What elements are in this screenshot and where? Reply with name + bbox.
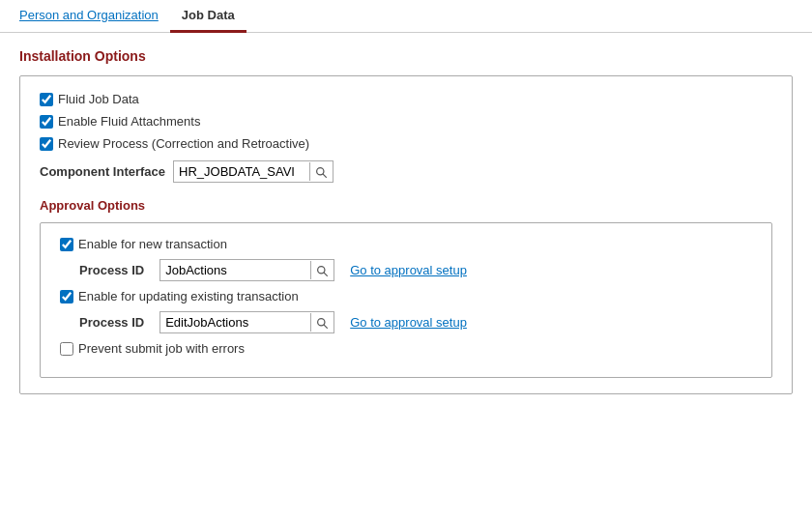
- update-process-id-row: Process ID Go to approval setup: [79, 311, 752, 333]
- installation-options-box: Fluid Job Data Enable Fluid Attachments …: [19, 75, 793, 394]
- svg-line-1: [323, 174, 326, 177]
- fluid-job-data-checkbox[interactable]: [40, 93, 53, 106]
- enable-new-transaction-row: Enable for new transaction: [60, 237, 752, 251]
- go-to-approval-setup-new-link[interactable]: Go to approval setup: [350, 263, 467, 277]
- enable-update-transaction-row: Enable for updating existing transaction: [60, 289, 752, 303]
- tab-job-data[interactable]: Job Data: [170, 0, 246, 33]
- enable-new-transaction-checkbox[interactable]: [60, 238, 73, 251]
- component-interface-input-wrapper: [173, 160, 334, 183]
- installation-options-title: Installation Options: [19, 48, 793, 64]
- component-interface-row: Component Interface: [40, 160, 772, 183]
- enable-fluid-attachments-checkbox[interactable]: [40, 115, 53, 129]
- enable-fluid-attachments-label: Enable Fluid Attachments: [58, 114, 200, 129]
- update-process-id-label: Process ID: [79, 315, 144, 330]
- new-process-id-input[interactable]: [160, 260, 310, 280]
- update-process-id-search-button[interactable]: [310, 313, 334, 332]
- new-process-id-search-icon: [316, 265, 329, 277]
- fluid-job-data-row: Fluid Job Data: [40, 92, 772, 106]
- component-interface-label: Component Interface: [40, 164, 165, 179]
- enable-fluid-attachments-row: Enable Fluid Attachments: [40, 114, 772, 129]
- update-process-id-input-wrapper: [160, 311, 334, 333]
- component-interface-search-icon: [315, 166, 328, 179]
- tab-bar: Person and Organization Job Data: [0, 0, 812, 33]
- approval-options-box: Enable for new transaction Process ID Go…: [40, 222, 772, 378]
- approval-options-title: Approval Options: [40, 198, 772, 213]
- enable-new-transaction-label: Enable for new transaction: [78, 237, 227, 251]
- tab-person-org[interactable]: Person and Organization: [8, 0, 170, 33]
- new-process-id-search-button[interactable]: [310, 261, 334, 279]
- enable-update-transaction-checkbox[interactable]: [60, 290, 73, 303]
- new-process-id-row: Process ID Go to approval setup: [79, 259, 752, 281]
- update-process-id-input[interactable]: [160, 312, 310, 332]
- fluid-job-data-label: Fluid Job Data: [58, 92, 139, 106]
- review-process-checkbox[interactable]: [40, 137, 53, 151]
- go-to-approval-setup-update-link[interactable]: Go to approval setup: [350, 315, 467, 330]
- component-interface-input[interactable]: [174, 161, 309, 182]
- prevent-submit-label: Prevent submit job with errors: [78, 341, 245, 356]
- review-process-label: Review Process (Correction and Retroacti…: [58, 136, 309, 151]
- update-process-id-search-icon: [316, 317, 329, 330]
- review-process-row: Review Process (Correction and Retroacti…: [40, 136, 772, 151]
- svg-line-5: [324, 325, 327, 328]
- svg-line-3: [324, 273, 327, 275]
- enable-update-transaction-label: Enable for updating existing transaction: [78, 289, 299, 303]
- new-process-id-label: Process ID: [79, 263, 144, 277]
- component-interface-search-button[interactable]: [309, 162, 333, 181]
- prevent-submit-checkbox[interactable]: [60, 342, 73, 356]
- prevent-submit-row: Prevent submit job with errors: [60, 341, 752, 356]
- main-content: Installation Options Fluid Job Data Enab…: [0, 33, 812, 425]
- new-process-id-input-wrapper: [160, 259, 334, 281]
